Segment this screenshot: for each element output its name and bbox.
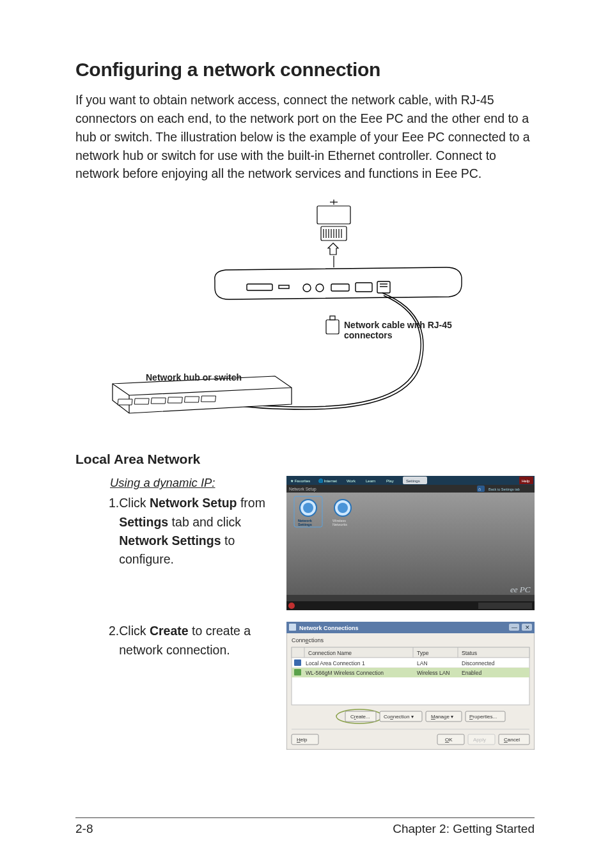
svg-rect-23 <box>118 399 132 405</box>
svg-text:Cancel: Cancel <box>504 737 520 743</box>
svg-rect-26 <box>168 397 182 403</box>
tab-play[interactable]: Play <box>386 479 394 483</box>
svg-rect-21 <box>326 320 339 334</box>
svg-text:LAN: LAN <box>417 660 428 667</box>
svg-rect-22 <box>330 316 335 320</box>
svg-rect-47 <box>478 603 532 609</box>
svg-text:⌂: ⌂ <box>478 487 481 491</box>
svg-rect-13 <box>279 285 289 288</box>
steps-heading: Using a dynamic IP: <box>110 476 274 490</box>
brand-logo: ee PC <box>510 585 531 594</box>
screenshot-network-connections: Network Connections — ✕ Connections Conn… <box>286 622 535 750</box>
intro-paragraph: If you want to obtain network access, co… <box>75 91 535 183</box>
col-type[interactable]: Type <box>417 650 429 656</box>
svg-rect-27 <box>184 397 199 402</box>
chapter-label: Chapter 2: Getting Started <box>393 822 535 836</box>
svg-rect-28 <box>201 396 216 402</box>
svg-rect-16 <box>331 284 349 291</box>
svg-point-14 <box>303 284 311 292</box>
label-cable: Network cable with RJ-45 connectors <box>344 320 485 340</box>
page-title: Configuring a network connection <box>75 59 535 81</box>
page-number: 2-8 <box>75 822 93 836</box>
svg-text:✕: ✕ <box>525 624 530 631</box>
svg-text:Enabled: Enabled <box>462 670 481 676</box>
help-button[interactable]: Help <box>522 479 530 483</box>
row-1-name[interactable]: Local Area Connection 1 <box>306 660 365 667</box>
lan-icon <box>294 659 301 666</box>
svg-point-39 <box>303 503 313 513</box>
footer-rule <box>75 817 535 818</box>
tab-internet[interactable]: 🌐 Internet <box>318 478 337 484</box>
tab-work[interactable]: Work <box>347 479 356 483</box>
step-1: 1. Click Network Setup from Settings tab… <box>75 494 274 569</box>
tab-settings[interactable]: Settings <box>406 479 420 483</box>
svg-text:—: — <box>512 624 517 631</box>
svg-text:OK: OK <box>445 737 453 743</box>
svg-text:Wireless LAN: Wireless LAN <box>417 670 450 676</box>
app-icon <box>289 624 296 631</box>
svg-rect-24 <box>134 398 149 404</box>
svg-point-43 <box>338 503 348 513</box>
svg-text:Apply: Apply <box>473 737 486 743</box>
screenshot-network-settings: ★ Favorites 🌐 Internet Work Learn Play S… <box>286 476 535 610</box>
wlan-icon <box>294 669 301 675</box>
svg-text:Manage ▾: Manage ▾ <box>431 714 453 720</box>
subheading: Local Area Network <box>75 452 535 467</box>
back-link[interactable]: Back to Settings tab <box>489 487 520 491</box>
svg-text:Settings: Settings <box>298 523 312 526</box>
network-diagram: Network cable with RJ-45 connectors Netw… <box>75 198 535 435</box>
start-button-icon[interactable] <box>288 603 295 609</box>
row-2-name[interactable]: WL-566gM Wireless Connection <box>306 670 384 676</box>
svg-rect-18 <box>377 281 390 293</box>
col-name[interactable]: Connection Name <box>308 650 352 656</box>
svg-rect-12 <box>247 284 272 290</box>
svg-rect-0 <box>317 206 350 224</box>
svg-text:Disconnected: Disconnected <box>462 660 495 667</box>
svg-text:Help: Help <box>297 737 308 743</box>
svg-rect-25 <box>151 398 166 404</box>
tab-favorites[interactable]: ★ Favorites <box>290 479 310 483</box>
step-2: 2. Click Create to create a network conn… <box>75 622 274 659</box>
label-hub: Network hub or switch <box>146 372 242 383</box>
svg-text:Connection ▾: Connection ▾ <box>384 714 414 720</box>
tab-learn[interactable]: Learn <box>366 479 375 483</box>
svg-point-15 <box>316 284 324 292</box>
svg-text:Properties...: Properties... <box>469 714 497 720</box>
svg-text:Networks: Networks <box>332 523 347 526</box>
col-status[interactable]: Status <box>462 650 477 656</box>
svg-rect-17 <box>356 283 372 292</box>
breadcrumb: Network Setup <box>289 487 317 492</box>
svg-rect-36 <box>286 493 535 595</box>
window-title: Network Connections <box>299 625 359 631</box>
